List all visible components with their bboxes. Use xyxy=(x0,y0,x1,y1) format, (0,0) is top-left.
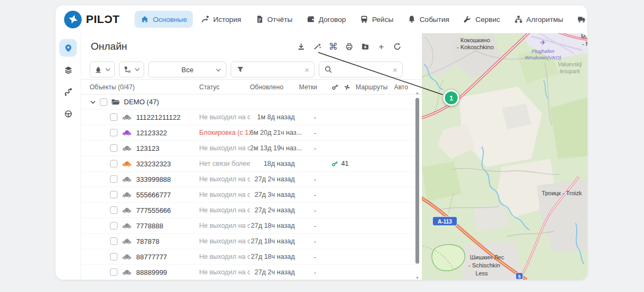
row-checkbox[interactable] xyxy=(110,222,117,229)
nav-item-main[interactable]: Основные xyxy=(135,11,193,28)
table-row[interactable]: 7778888 Не выходил на се 27д 18ч назад - xyxy=(81,218,422,233)
brand-logo[interactable]: PILƆT xyxy=(64,11,120,28)
row-checkbox[interactable] xyxy=(110,206,117,214)
pinwheel-icon[interactable] xyxy=(343,83,351,91)
group-checkbox[interactable] xyxy=(100,98,107,106)
updated-cell: 1м 8д назад xyxy=(250,113,299,121)
fill-color-dropdown[interactable] xyxy=(90,62,115,78)
status-cell: Не выходил на се xyxy=(199,144,250,152)
col-updated[interactable]: Обновлено xyxy=(250,83,299,91)
nav-item-algorithms[interactable]: Алгоритмы xyxy=(508,11,569,28)
row-checkbox[interactable] xyxy=(110,253,117,260)
group-row[interactable]: DEMO (47) xyxy=(81,95,422,109)
object-name: 7778888 xyxy=(136,222,163,230)
table-row[interactable]: 111221211122 Не выходил на се 1м 8д наза… xyxy=(81,109,422,125)
object-name: 88889999 xyxy=(136,268,167,276)
tree-structure-icon xyxy=(123,65,132,74)
col-labels[interactable]: Метки xyxy=(299,83,331,91)
rail-item-monitoring[interactable] xyxy=(59,39,77,57)
tags-filter-field: × xyxy=(231,62,315,78)
object-name: 777555666 xyxy=(136,206,171,214)
scrollbar-thumb[interactable] xyxy=(415,98,419,264)
updated-cell: 2м 13д 19ч наз... xyxy=(250,144,299,152)
table-row[interactable]: 787878 Не выходил на се 27д 18ч назад - xyxy=(81,233,422,249)
bus-icon xyxy=(360,15,368,24)
nav-item-history[interactable]: История xyxy=(195,11,247,28)
group-label: DEMO (47) xyxy=(124,98,159,106)
app-window: PILƆT Основные История Отчёты Договор Ре… xyxy=(56,5,587,280)
rail-item-driving[interactable] xyxy=(59,105,77,122)
table-row[interactable]: 88889999 Не выходил на се 27д 2ч назад - xyxy=(81,264,422,280)
table-row[interactable]: 12123322 Блокировка (с 12 6м 20д 21ч наз… xyxy=(81,125,422,140)
row-checkbox[interactable] xyxy=(110,237,117,245)
row-checkbox[interactable] xyxy=(110,160,117,167)
table-body: DEMO (47) 111221211122 Не выходил на се … xyxy=(81,95,422,280)
chevron-down-icon[interactable] xyxy=(90,100,96,104)
row-checkbox[interactable] xyxy=(110,268,117,276)
row-checkbox[interactable] xyxy=(110,175,117,183)
nav-item-service[interactable]: Сервис xyxy=(457,11,506,28)
col-objects[interactable]: Объекты (0/47) xyxy=(90,83,199,91)
updated-cell: 27д 2ч назад xyxy=(250,268,299,276)
nav-item-reports[interactable]: Отчёты xyxy=(249,11,299,28)
table-header: Объекты (0/47) Статус Обновлено Метки Ма… xyxy=(81,79,422,95)
filter-bar: Все × × xyxy=(81,60,422,79)
map-label-shishkin-2: - Schischkin xyxy=(468,262,500,268)
table-scrollbar[interactable]: ▲ ▼ xyxy=(414,91,420,280)
wrench-icon xyxy=(463,15,472,24)
clear-search-icon[interactable]: × xyxy=(392,66,397,74)
table-row[interactable]: 88777777 Не выходил на се 27д 18ч назад … xyxy=(81,249,422,264)
print-button[interactable] xyxy=(344,41,355,52)
table-row[interactable]: 555666777 Не выходил на се 27д 3ч назад … xyxy=(81,187,422,202)
group-structure-dropdown[interactable] xyxy=(119,62,144,78)
clear-filter-icon[interactable]: × xyxy=(304,66,309,74)
reports-icon xyxy=(255,15,264,24)
bell-icon xyxy=(407,15,416,24)
chevron-down-icon xyxy=(216,68,221,72)
row-checkbox[interactable] xyxy=(110,191,117,198)
magic-wand-button[interactable] xyxy=(312,41,323,52)
row-checkbox[interactable] xyxy=(110,144,117,152)
tags-filter-input[interactable] xyxy=(248,65,301,74)
labels-cell: - xyxy=(299,175,331,183)
nav-item-events[interactable]: События xyxy=(402,11,455,28)
refresh-button[interactable] xyxy=(392,41,403,52)
table-row[interactable]: 123123 Не выходил на се 2м 13д 19ч наз..… xyxy=(81,140,422,156)
row-checkbox[interactable] xyxy=(110,129,117,136)
command-button[interactable]: ⌘ xyxy=(328,41,339,52)
add-folder-button[interactable] xyxy=(360,41,371,52)
labels-cell: - xyxy=(299,113,331,121)
map-label-lesopark-2: lesopark xyxy=(560,68,580,74)
home-icon xyxy=(140,15,149,24)
labels-cell: - xyxy=(299,222,331,230)
add-object-button[interactable]: + xyxy=(376,41,387,52)
col-status[interactable]: Статус xyxy=(199,83,250,91)
map-view[interactable]: Кокошкино - Kokoschkino ✈ Flughafen Wnuk… xyxy=(422,33,587,280)
car-icon xyxy=(122,176,132,183)
key-badge: 41 xyxy=(331,160,349,167)
map-marker-1[interactable]: 1 xyxy=(443,90,459,106)
nav-item-logistics[interactable]: Логистика xyxy=(571,11,587,28)
objects-filter-select[interactable]: Все xyxy=(148,62,226,78)
row-checkbox[interactable] xyxy=(110,113,117,121)
nav-item-trips[interactable]: Рейсы xyxy=(354,11,399,28)
truck-icon xyxy=(577,15,586,24)
scroll-up-icon[interactable]: ▲ xyxy=(415,91,419,95)
col-auto[interactable]: Авто xyxy=(394,83,422,91)
nav-item-contract[interactable]: Договор xyxy=(301,11,352,28)
search-input[interactable] xyxy=(336,65,389,74)
search-field: × xyxy=(319,62,403,78)
table-row[interactable]: 333999888 Не выходил на се 27д 2ч назад … xyxy=(81,171,422,187)
updated-cell: 27д 18ч назад xyxy=(250,253,299,260)
rail-item-routes[interactable] xyxy=(59,83,77,101)
map-label-moscow-cut-2: - M xyxy=(582,41,587,47)
download-button[interactable] xyxy=(296,41,307,52)
table-row[interactable]: 323232323 Нет связи более 18д назад 41 xyxy=(81,156,422,171)
key-icon[interactable] xyxy=(331,83,339,91)
online-panel: Онлайн ⌘ + xyxy=(81,33,422,280)
rail-item-layers[interactable] xyxy=(59,61,77,79)
car-icon xyxy=(122,238,132,245)
scroll-down-icon[interactable]: ▼ xyxy=(415,276,419,280)
col-routes[interactable]: Маршруты xyxy=(356,83,394,91)
table-row[interactable]: 777555666 Не выходил на се 27д 2ч назад … xyxy=(81,202,422,218)
